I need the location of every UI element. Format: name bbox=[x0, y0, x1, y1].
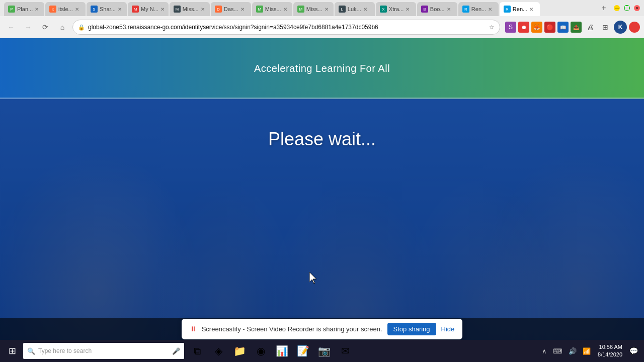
date: 8/14/2020 bbox=[598, 351, 622, 358]
address-text: global-zone53.renaissance-go.com/identit… bbox=[88, 24, 489, 31]
profile-icon[interactable]: K bbox=[614, 21, 627, 34]
address-bar-actions: ☆ bbox=[489, 24, 495, 31]
extensions-icon[interactable]: S bbox=[505, 22, 516, 33]
tab-6-close[interactable]: ✕ bbox=[240, 7, 245, 12]
taskbar-right: ∧ ⌨ 🔊 📶 10:56 AM 8/14/2020 💬 bbox=[540, 341, 642, 361]
taskbar-app-camera[interactable]: 📷 bbox=[314, 341, 334, 361]
windows-logo-icon: ⊞ bbox=[9, 345, 16, 356]
tab-11-label: Boo... bbox=[430, 6, 445, 12]
tab-9-close[interactable]: ✕ bbox=[363, 7, 367, 12]
screencastify-icon[interactable]: ⏺ bbox=[518, 22, 529, 33]
stop-sharing-button[interactable]: Stop sharing bbox=[387, 323, 436, 335]
taskbar-app-powerpoint[interactable]: 📊 bbox=[272, 341, 292, 361]
tab-5[interactable]: M Miss... ✕ bbox=[170, 2, 210, 16]
tab-5-close[interactable]: ✕ bbox=[201, 7, 205, 12]
ext5-icon[interactable]: 📖 bbox=[557, 22, 569, 33]
red-circle-icon[interactable] bbox=[629, 22, 640, 33]
notification-center-icon[interactable]: 💬 bbox=[627, 345, 640, 357]
address-bar[interactable]: 🔒 global-zone53.renaissance-go.com/ident… bbox=[72, 20, 500, 35]
tab-1[interactable]: P Plan... ✕ bbox=[4, 2, 44, 16]
tab-8-label: Miss... bbox=[306, 6, 323, 12]
tab-4-favicon: M bbox=[132, 6, 139, 13]
minimize-button[interactable]: — bbox=[614, 5, 620, 11]
taskbar-app-explorer[interactable]: 📁 bbox=[229, 341, 250, 361]
chrome-icon: ◉ bbox=[257, 345, 265, 357]
chevron-up-icon[interactable]: ∧ bbox=[540, 345, 549, 357]
tab-2-label: itsle... bbox=[58, 6, 73, 12]
print-icon[interactable]: 🖨 bbox=[584, 21, 597, 34]
explorer-icon: 📁 bbox=[233, 345, 246, 357]
tab-8-close[interactable]: ✕ bbox=[325, 7, 329, 12]
tab-7-label: Miss... bbox=[265, 6, 281, 12]
taskbar-app-edge[interactable]: ◈ bbox=[208, 341, 228, 361]
notification-icon: ⏸ bbox=[190, 325, 197, 333]
tab-2[interactable]: it itsle... ✕ bbox=[45, 2, 86, 16]
tab-2-close[interactable]: ✕ bbox=[75, 7, 79, 12]
address-bar-row: ← → ⟳ ⌂ 🔒 global-zone53.renaissance-go.c… bbox=[0, 16, 644, 38]
tab-6-favicon: D bbox=[215, 6, 222, 13]
metamask-icon[interactable]: 🦊 bbox=[531, 22, 542, 33]
start-button[interactable]: ⊞ bbox=[2, 341, 22, 361]
browser-window: P Plan... ✕ it itsle... ✕ S Shar... ✕ M … bbox=[0, 0, 644, 362]
tab-12[interactable]: R Ren... ✕ bbox=[458, 2, 499, 16]
tab-11-close[interactable]: ✕ bbox=[447, 7, 451, 12]
tab-9[interactable]: L Luk... ✕ bbox=[335, 2, 375, 16]
tab-4-close[interactable]: ✕ bbox=[160, 7, 165, 12]
tab-1-close[interactable]: ✕ bbox=[35, 7, 39, 12]
tab-5-label: Miss... bbox=[183, 6, 199, 12]
back-button[interactable]: ← bbox=[4, 20, 18, 34]
clock: 10:56 AM 8/14/2020 bbox=[595, 341, 625, 361]
title-bar: P Plan... ✕ it itsle... ✕ S Shar... ✕ M … bbox=[0, 0, 644, 16]
hide-button[interactable]: Hide bbox=[441, 325, 455, 333]
tab-13[interactable]: R Ren... ✕ bbox=[500, 2, 540, 16]
edge-icon: ◈ bbox=[215, 345, 222, 357]
close-button[interactable]: ✕ bbox=[634, 5, 640, 11]
tab-7[interactable]: M Miss... ✕ bbox=[252, 2, 292, 16]
forward-button[interactable]: → bbox=[21, 20, 35, 34]
ext6-icon[interactable]: 📤 bbox=[571, 22, 582, 33]
ext4-icon[interactable]: 🔴 bbox=[544, 22, 555, 33]
taskbar-mic-icon[interactable]: 🎤 bbox=[172, 347, 180, 355]
tab-3-close[interactable]: ✕ bbox=[118, 7, 122, 12]
home-button[interactable]: ⌂ bbox=[55, 20, 69, 34]
tab-8[interactable]: M Miss... ✕ bbox=[293, 2, 334, 16]
camera-icon: 📷 bbox=[318, 345, 331, 357]
maximize-button[interactable]: ⬜ bbox=[624, 5, 630, 11]
tab-10-close[interactable]: ✕ bbox=[406, 7, 410, 12]
taskbar-app-sticky[interactable]: 📝 bbox=[293, 341, 313, 361]
taskbar-app-chrome[interactable]: ◉ bbox=[251, 341, 271, 361]
taskbar-app-email[interactable]: ✉ bbox=[335, 341, 355, 361]
tab-10-label: Xtra... bbox=[389, 6, 404, 12]
taskbar: ⊞ 🔍 Type here to search 🎤 ⧉◈📁◉📊📝📷✉ ∧ ⌨ 🔊… bbox=[0, 340, 644, 362]
tab-4[interactable]: M My N... ✕ bbox=[128, 2, 169, 16]
tab-13-label: Ren... bbox=[513, 6, 527, 12]
reload-button[interactable]: ⟳ bbox=[38, 20, 52, 34]
new-tab-button[interactable]: + bbox=[598, 2, 610, 14]
tab-9-favicon: L bbox=[339, 6, 346, 13]
bookmark-icon[interactable]: ☆ bbox=[489, 24, 495, 31]
tab-12-favicon: R bbox=[462, 6, 469, 13]
tab-1-label: Plan... bbox=[17, 6, 33, 12]
tab-13-close[interactable]: ✕ bbox=[529, 7, 533, 12]
tab-10[interactable]: X Xtra... ✕ bbox=[376, 2, 416, 16]
tab-3[interactable]: S Shar... ✕ bbox=[87, 2, 127, 16]
network-icon[interactable]: 📶 bbox=[581, 345, 593, 357]
lock-icon: 🔒 bbox=[78, 24, 85, 31]
taskbar-app-task-view[interactable]: ⧉ bbox=[187, 341, 207, 361]
tab-6[interactable]: D Das... ✕ bbox=[211, 2, 251, 16]
toolbar-icons: S ⏺ 🦊 🔴 📖 📤 🖨 ⊞ K bbox=[505, 21, 640, 34]
grid-icon[interactable]: ⊞ bbox=[599, 21, 612, 34]
taskbar-search-box[interactable]: 🔍 Type here to search 🎤 bbox=[23, 343, 184, 359]
tab-2-favicon: it bbox=[49, 6, 56, 13]
task-view-icon: ⧉ bbox=[194, 345, 201, 357]
tab-7-close[interactable]: ✕ bbox=[283, 7, 287, 12]
tab-3-favicon: S bbox=[91, 6, 98, 13]
tab-12-close[interactable]: ✕ bbox=[488, 7, 492, 12]
tab-11[interactable]: B Boo... ✕ bbox=[417, 2, 457, 16]
tab-10-favicon: X bbox=[380, 6, 387, 13]
volume-icon[interactable]: 🔊 bbox=[567, 345, 579, 357]
email-icon: ✉ bbox=[341, 345, 350, 357]
notification-bar: ⏸ Screencastify - Screen Video Recorder … bbox=[0, 318, 644, 340]
main-content: Please wait... ⏸ Screencastify - Screen … bbox=[0, 99, 644, 340]
keyboard-icon[interactable]: ⌨ bbox=[551, 345, 565, 357]
